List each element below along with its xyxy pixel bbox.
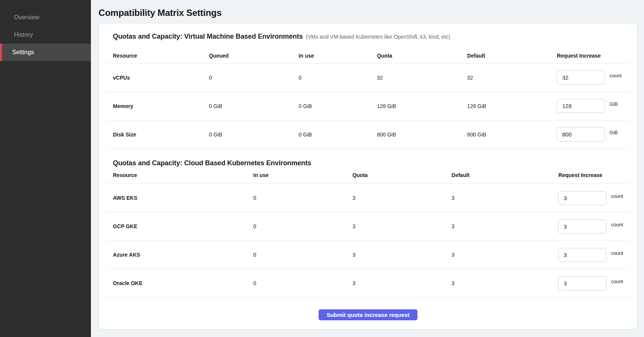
cell-request-increase: count: [558, 269, 629, 298]
cell-request-increase: GiB: [557, 120, 629, 149]
cell-quota: 800 GiB: [377, 120, 467, 149]
sidebar-item-settings[interactable]: Settings: [0, 44, 91, 61]
cell-default: 3: [452, 184, 558, 212]
column-header-in-use: In use: [253, 167, 353, 184]
submit-button-row: Submit quota increase request: [107, 298, 629, 320]
cell-quota: 3: [352, 269, 452, 298]
unit-label: count: [611, 222, 623, 227]
cell-request-increase: count: [558, 241, 629, 269]
gcp-gke-request-input[interactable]: [558, 219, 606, 234]
table-row-disk-size: Disk Size 0 GiB 0 GiB 800 GiB 800 GiB Gi…: [107, 120, 629, 149]
vm-section-subheading: (VMs and VM-based Kubernetes like OpenSh…: [306, 34, 450, 40]
cell-in-use: 0 GiB: [299, 92, 377, 120]
cell-default: 3: [452, 269, 558, 298]
cell-request-increase: count: [557, 63, 629, 92]
table-row-gcp-gke: GCP GKE 0 3 3 count: [107, 212, 629, 241]
oracle-oke-request-input[interactable]: [558, 276, 606, 290]
vm-section-heading: Quotas and Capacity: Virtual Machine Bas…: [113, 33, 303, 41]
column-header-default: Default: [452, 167, 558, 184]
aws-eks-request-input[interactable]: [558, 191, 606, 205]
column-header-quota: Quota: [352, 167, 452, 184]
sidebar: Overview History Settings: [0, 0, 91, 337]
sidebar-item-history[interactable]: History: [0, 26, 91, 44]
column-header-in-use: In use: [299, 48, 377, 63]
column-header-resource: Resource: [107, 48, 209, 63]
cell-in-use: 0: [299, 63, 377, 92]
page-title: Compatibility Matrix Settings: [98, 8, 638, 18]
cell-resource: Memory: [107, 92, 209, 120]
vm-section-header: Quotas and Capacity: Virtual Machine Bas…: [113, 33, 629, 41]
k8s-table-header-row: Resource In use Quota Default Request In…: [107, 167, 629, 184]
cell-resource: AWS EKS: [107, 184, 253, 212]
cell-in-use: 0: [253, 269, 353, 298]
cell-quota: 3: [352, 241, 452, 269]
memory-request-input[interactable]: [557, 99, 605, 113]
cell-request-increase: count: [558, 212, 629, 241]
cell-quota: 128 GiB: [377, 92, 467, 120]
sidebar-item-label: Overview: [14, 14, 39, 21]
cell-in-use: 0: [253, 241, 353, 269]
cell-resource: vCPUs: [107, 63, 209, 92]
disk-size-request-input[interactable]: [557, 127, 605, 141]
sidebar-item-label: History: [14, 31, 33, 38]
unit-label: count: [610, 73, 622, 78]
cell-default: 128 GiB: [467, 92, 557, 120]
unit-label: GiB: [610, 130, 618, 135]
cell-queued: 0 GiB: [209, 92, 299, 120]
unit-label: GiB: [610, 101, 618, 107]
column-header-request-increase: Request Increase: [557, 48, 629, 63]
column-header-request-increase: Request Increase: [558, 167, 629, 184]
k8s-quota-table: Resource In use Quota Default Request In…: [107, 167, 629, 298]
cell-in-use: 0 GiB: [299, 120, 377, 149]
cell-request-increase: count: [558, 184, 629, 212]
table-row-memory: Memory 0 GiB 0 GiB 128 GiB 128 GiB GiB: [107, 92, 629, 120]
cell-in-use: 0: [253, 212, 353, 241]
table-row-oracle-oke: Oracle OKE 0 3 3 count: [107, 269, 629, 298]
main-content: Compatibility Matrix Settings Quotas and…: [91, 0, 644, 337]
cell-in-use: 0: [253, 184, 353, 212]
submit-quota-button[interactable]: Submit quota increase request: [319, 309, 417, 320]
cell-queued: 0: [209, 63, 299, 92]
cell-resource: Disk Size: [107, 120, 209, 149]
vcpus-request-input[interactable]: [557, 71, 605, 85]
sidebar-item-overview[interactable]: Overview: [0, 9, 91, 26]
column-header-queued: Queued: [209, 48, 299, 63]
cell-resource: GCP GKE: [107, 212, 253, 241]
azure-aks-request-input[interactable]: [558, 248, 606, 262]
cell-quota: 32: [377, 63, 467, 92]
cell-default: 3: [452, 241, 558, 269]
cell-request-increase: GiB: [557, 92, 629, 120]
unit-label: count: [611, 250, 623, 256]
vm-table-header-row: Resource Queued In use Quota Default Req…: [107, 48, 629, 63]
sidebar-item-label: Settings: [12, 49, 34, 56]
vm-quota-table: Resource Queued In use Quota Default Req…: [107, 48, 629, 149]
table-row-azure-aks: Azure AKS 0 3 3 count: [107, 241, 629, 269]
cell-default: 3: [452, 212, 558, 241]
cell-quota: 3: [352, 184, 452, 212]
k8s-section-heading: Quotas and Capacity: Cloud Based Kuberne…: [113, 159, 629, 167]
settings-card: Quotas and Capacity: Virtual Machine Bas…: [98, 23, 638, 329]
column-header-quota: Quota: [377, 48, 467, 63]
cell-quota: 3: [352, 212, 452, 241]
column-header-resource: Resource: [107, 167, 253, 184]
cell-queued: 0 GiB: [209, 120, 299, 149]
cell-resource: Azure AKS: [107, 241, 253, 269]
table-row-aws-eks: AWS EKS 0 3 3 count: [107, 184, 629, 212]
cell-resource: Oracle OKE: [107, 269, 253, 298]
cell-default: 32: [467, 63, 557, 92]
table-row-vcpus: vCPUs 0 0 32 32 count: [107, 63, 629, 92]
column-header-default: Default: [467, 48, 557, 63]
cell-default: 800 GiB: [467, 120, 557, 149]
unit-label: count: [611, 279, 623, 284]
unit-label: count: [611, 193, 623, 199]
